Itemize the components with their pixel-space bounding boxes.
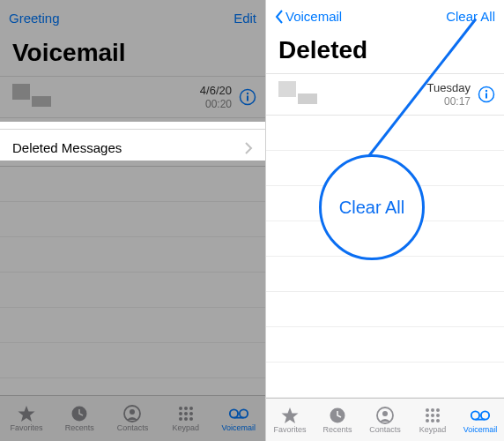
info-icon[interactable] xyxy=(239,88,256,106)
nav-left-label: Greeting xyxy=(9,11,60,26)
tab-bar: Favorites Recents Contacts Keypad Voicem… xyxy=(0,395,265,441)
voicemail-item[interactable]: Tuesday 00:17 xyxy=(266,73,504,116)
voicemail-item[interactable]: 4/6/20 00:20 xyxy=(0,76,265,118)
voicemail-meta: 4/6/20 00:20 xyxy=(200,84,232,110)
clock-icon xyxy=(69,405,90,422)
svg-rect-2 xyxy=(247,96,248,101)
svg-point-7 xyxy=(184,407,188,410)
edit-button[interactable]: Edit xyxy=(233,11,256,26)
svg-point-15 xyxy=(230,409,238,417)
keypad-icon xyxy=(175,405,196,422)
svg-point-1 xyxy=(247,93,248,94)
svg-point-13 xyxy=(184,417,188,421)
tab-recents[interactable]: Recents xyxy=(53,405,106,432)
svg-point-16 xyxy=(240,409,248,417)
svg-point-11 xyxy=(189,412,193,415)
tab-label: Contacts xyxy=(369,425,401,434)
tab-favorites[interactable]: Favorites xyxy=(266,407,314,434)
svg-point-31 xyxy=(431,419,434,422)
svg-point-8 xyxy=(189,407,193,410)
annotation-callout: Clear All xyxy=(319,154,425,260)
svg-point-28 xyxy=(431,414,434,417)
tab-label: Favorites xyxy=(11,423,43,432)
star-icon xyxy=(16,405,37,422)
svg-point-33 xyxy=(471,411,479,419)
tab-label: Recents xyxy=(322,425,352,434)
voicemail-duration: 00:20 xyxy=(200,98,232,110)
greeting-button[interactable]: Greeting xyxy=(9,11,60,26)
tab-label: Voicemail xyxy=(222,423,256,432)
nav-right-label: Edit xyxy=(233,11,256,26)
tab-label: Voicemail xyxy=(463,425,498,434)
clock-icon xyxy=(327,407,348,424)
annotation-text: Clear All xyxy=(339,198,404,218)
voicemail-icon xyxy=(228,405,249,422)
keypad-icon xyxy=(422,407,443,424)
voicemail-icon xyxy=(470,407,491,424)
svg-point-32 xyxy=(436,419,440,422)
tab-contacts[interactable]: Contacts xyxy=(361,407,409,434)
chevron-right-icon xyxy=(245,142,253,154)
info-icon[interactable] xyxy=(478,86,495,103)
back-button[interactable]: Voicemail xyxy=(275,9,342,24)
voicemail-duration: 00:17 xyxy=(427,95,471,108)
contact-thumb xyxy=(12,84,53,110)
tab-label: Favorites xyxy=(273,425,306,434)
svg-point-14 xyxy=(189,417,193,421)
deleted-screen: Voicemail Clear All Deleted Tuesday 00:1… xyxy=(266,0,504,441)
svg-point-12 xyxy=(179,417,182,421)
nav-bar: Greeting Edit xyxy=(0,0,265,35)
svg-point-27 xyxy=(426,414,429,417)
contact-icon xyxy=(122,405,143,422)
tab-favorites[interactable]: Favorites xyxy=(0,405,53,432)
tab-keypad[interactable]: Keypad xyxy=(159,405,212,432)
voicemail-date: Tuesday xyxy=(427,81,471,95)
tab-recents[interactable]: Recents xyxy=(314,407,361,434)
voicemail-screen: Greeting Edit Voicemail 4/6/20 00:20 Del… xyxy=(0,0,266,441)
tab-keypad[interactable]: Keypad xyxy=(409,407,456,434)
tab-voicemail[interactable]: Voicemail xyxy=(456,407,504,434)
tab-label: Recents xyxy=(65,423,94,432)
contact-icon xyxy=(374,407,396,424)
tab-contacts[interactable]: Contacts xyxy=(106,405,159,432)
tab-label: Keypad xyxy=(172,423,199,432)
svg-point-30 xyxy=(426,419,429,422)
contact-thumb xyxy=(278,81,319,108)
svg-point-10 xyxy=(184,412,188,415)
voicemail-date: 4/6/20 xyxy=(200,84,232,98)
deleted-messages-label: Deleted Messages xyxy=(12,140,122,155)
tab-label: Contacts xyxy=(117,423,149,432)
star-icon xyxy=(279,407,300,424)
page-title: Voicemail xyxy=(0,35,265,76)
tab-voicemail[interactable]: Voicemail xyxy=(212,405,265,432)
svg-point-9 xyxy=(179,412,182,415)
svg-rect-20 xyxy=(485,93,487,99)
deleted-messages-row[interactable]: Deleted Messages xyxy=(0,129,265,167)
svg-point-6 xyxy=(179,407,182,410)
svg-point-23 xyxy=(382,411,388,416)
page-title: Deleted xyxy=(266,33,504,73)
svg-point-25 xyxy=(431,408,434,412)
svg-point-26 xyxy=(436,408,440,412)
tab-label: Keypad xyxy=(419,425,447,434)
svg-point-34 xyxy=(481,411,489,419)
svg-point-29 xyxy=(436,414,440,417)
empty-list xyxy=(0,167,265,395)
svg-point-19 xyxy=(485,90,487,92)
tab-bar: Favorites Recents Contacts Keypad Voicem… xyxy=(266,398,504,441)
svg-point-24 xyxy=(426,408,429,412)
back-label: Voicemail xyxy=(285,9,342,24)
chevron-left-icon xyxy=(275,10,284,24)
voicemail-meta: Tuesday 00:17 xyxy=(427,81,471,108)
svg-point-5 xyxy=(130,409,135,415)
